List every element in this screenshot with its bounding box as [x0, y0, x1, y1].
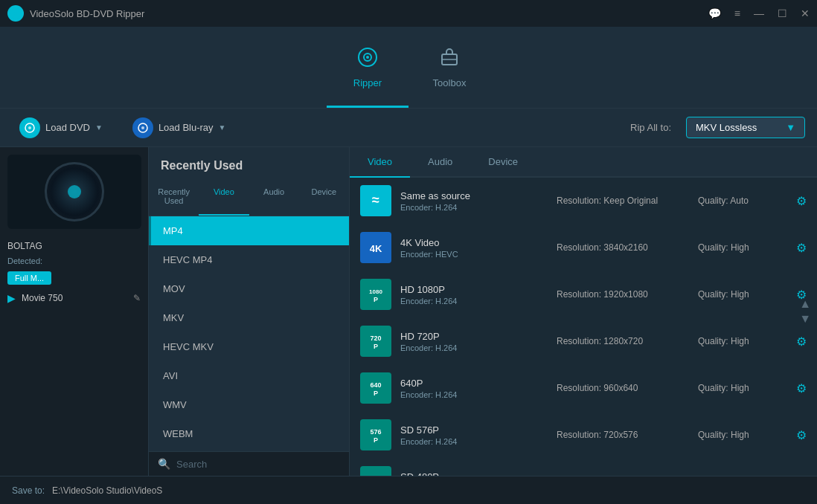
svg-text:P: P	[374, 343, 378, 350]
output-quality-4: Quality: High	[698, 383, 787, 393]
detected-row: Detected:	[7, 255, 141, 268]
ripper-icon	[357, 47, 378, 73]
fmt-tab-video[interactable]: Video	[199, 178, 249, 216]
menu-icon[interactable]: ≡	[734, 7, 740, 19]
format-item-webm[interactable]: WEBM	[149, 419, 349, 448]
output-row-1080p[interactable]: 1080P HD 1080P Encoder: H.264 Resolution…	[350, 271, 817, 318]
rip-all-select[interactable]: MKV Lossless ▼	[686, 117, 805, 138]
load-dvd-button[interactable]: Load DVD ▼	[12, 114, 110, 142]
fmt-tab-device[interactable]: Device	[299, 178, 349, 216]
minimize-icon[interactable]: —	[754, 7, 764, 19]
output-info-0: Same as source Encoder: H.264	[400, 190, 549, 212]
load-dvd-label: Load DVD	[45, 122, 90, 133]
svg-text:640: 640	[370, 381, 381, 389]
load-dvd-chevron[interactable]: ▼	[95, 123, 103, 132]
output-quality-1: Quality: High	[698, 242, 787, 253]
fmt-tab-audio[interactable]: Audio	[249, 178, 299, 216]
load-bluray-button[interactable]: Load Blu-ray ▼	[125, 114, 234, 142]
search-input[interactable]	[176, 459, 340, 470]
settings-icon-4[interactable]: ⚙	[796, 381, 807, 395]
disc-label: BOLTAG	[7, 241, 42, 251]
save-to-label: Save to:	[12, 485, 45, 496]
settings-icon-0[interactable]: ⚙	[796, 194, 807, 208]
bottom-bar: Save to: E:\VideoSolo Studio\VideoS	[0, 476, 817, 504]
badge-same-as-source: ≈	[360, 185, 391, 216]
rip-all-chevron-icon: ▼	[786, 122, 795, 133]
output-res-2: Resolution: 1920x1080	[557, 289, 691, 300]
output-row-inner-1: 4K Video Encoder: HEVC Resolution: 3840x…	[400, 237, 787, 259]
svg-text:P: P	[374, 436, 378, 444]
bluray-icon	[132, 117, 153, 138]
format-item-mp4[interactable]: MP4	[149, 216, 349, 245]
output-row-720p[interactable]: 720P HD 720P Encoder: H.264 Resolution: …	[350, 318, 817, 365]
search-icon: 🔍	[158, 458, 170, 470]
play-icon[interactable]: ▶	[7, 292, 16, 304]
settings-icon-5[interactable]: ⚙	[796, 428, 807, 442]
output-sub-2: Encoder: H.264	[400, 297, 549, 306]
badge-1080p: 1080P	[360, 279, 391, 310]
output-row-576p[interactable]: 576P SD 576P Encoder: H.264 Resolution: …	[350, 412, 817, 459]
load-bluray-chevron[interactable]: ▼	[219, 123, 226, 132]
output-row-640p[interactable]: 640P 640P Encoder: H.264 Resolution: 960…	[350, 365, 817, 412]
output-tab-audio[interactable]: Audio	[410, 147, 470, 178]
scroll-arrows: ▲ ▼	[799, 298, 811, 325]
save-path-value: E:\VideoSolo Studio\VideoS	[52, 485, 162, 496]
output-quality-3: Quality: High	[698, 336, 787, 346]
tab-toolbox[interactable]: Toolbox	[408, 33, 490, 108]
output-row-480p[interactable]: 480P SD 480P Encoder: H.264 Resolution: …	[350, 459, 817, 476]
output-sub-4: Encoder: H.264	[400, 390, 549, 399]
scroll-up-icon[interactable]: ▲	[799, 298, 811, 310]
fmt-tab-recently-used[interactable]: Recently Used	[149, 178, 199, 216]
badge-480p: 480P	[360, 466, 391, 476]
badge-576p: 576P	[360, 419, 391, 450]
output-row-inner-3: HD 720P Encoder: H.264 Resolution: 1280x…	[400, 331, 787, 352]
disc-details: BOLTAG Detected: Full M...	[0, 236, 148, 288]
output-panel: Video Audio Device ≈ Same as source Enco…	[350, 147, 817, 476]
svg-point-8	[28, 126, 31, 129]
titlebar-controls: 💬 ≡ — ☐ ✕	[708, 7, 810, 19]
svg-text:720: 720	[370, 335, 381, 342]
output-row-inner-0: Same as source Encoder: H.264 Resolution…	[400, 190, 787, 212]
close-icon[interactable]: ✕	[801, 7, 810, 19]
tab-ripper[interactable]: Ripper	[327, 33, 408, 108]
format-item-avi[interactable]: AVI	[149, 361, 349, 390]
format-item-hevc-mp4[interactable]: HEVC MP4	[149, 245, 349, 274]
output-name-5: SD 576P	[400, 424, 549, 436]
output-name-6: SD 480P	[400, 471, 549, 476]
disc-visual	[45, 162, 104, 222]
svg-point-1	[14, 12, 17, 15]
output-info-1: 4K Video Encoder: HEVC	[400, 237, 549, 259]
format-item-mkv[interactable]: MKV	[149, 303, 349, 332]
recently-used-header: Recently Used	[149, 147, 349, 178]
edit-icon[interactable]: ✎	[133, 293, 141, 303]
output-name-1: 4K Video	[400, 237, 549, 248]
format-item-wmv[interactable]: WMV	[149, 390, 349, 419]
output-row-same-as-source[interactable]: ≈ Same as source Encoder: H.264 Resoluti…	[350, 178, 817, 224]
format-item-mov[interactable]: MOV	[149, 274, 349, 303]
settings-icon-6[interactable]: ⚙	[796, 475, 807, 476]
movie-row: ▶ Movie 750 ✎	[7, 292, 141, 304]
toolbox-icon	[439, 47, 460, 73]
feedback-icon[interactable]: 💬	[708, 7, 721, 19]
titlebar: VideoSolo BD-DVD Ripper 💬 ≡ — ☐ ✕	[0, 0, 817, 27]
output-tab-device[interactable]: Device	[470, 147, 536, 178]
dvd-icon	[19, 117, 40, 138]
output-tabs: Video Audio Device	[350, 147, 817, 178]
output-name-0: Same as source	[400, 190, 549, 201]
output-sub-5: Encoder: H.264	[400, 437, 549, 446]
output-res-1: Resolution: 3840x2160	[557, 242, 691, 253]
output-row-4k[interactable]: 4K 4K Video Encoder: HEVC Resolution: 38…	[350, 224, 817, 271]
titlebar-left: VideoSolo BD-DVD Ripper	[7, 5, 144, 22]
output-tab-video[interactable]: Video	[350, 147, 410, 178]
output-name-2: HD 1080P	[400, 284, 549, 295]
app-title: VideoSolo BD-DVD Ripper	[30, 8, 144, 19]
settings-icon-3[interactable]: ⚙	[796, 335, 807, 349]
settings-icon-1[interactable]: ⚙	[796, 241, 807, 255]
maximize-icon[interactable]: ☐	[778, 7, 787, 19]
scroll-down-icon[interactable]: ▼	[799, 313, 811, 325]
movie-info: ▶ Movie 750 ✎	[0, 288, 148, 308]
format-panel: Recently Used Recently Used Video Audio …	[149, 147, 350, 476]
full-movie-button[interactable]: Full M...	[7, 271, 51, 285]
format-item-hevc-mkv[interactable]: HEVC MKV	[149, 332, 349, 361]
toolbar: Load DVD ▼ Load Blu-ray ▼ Rip All to: MK…	[0, 109, 817, 147]
